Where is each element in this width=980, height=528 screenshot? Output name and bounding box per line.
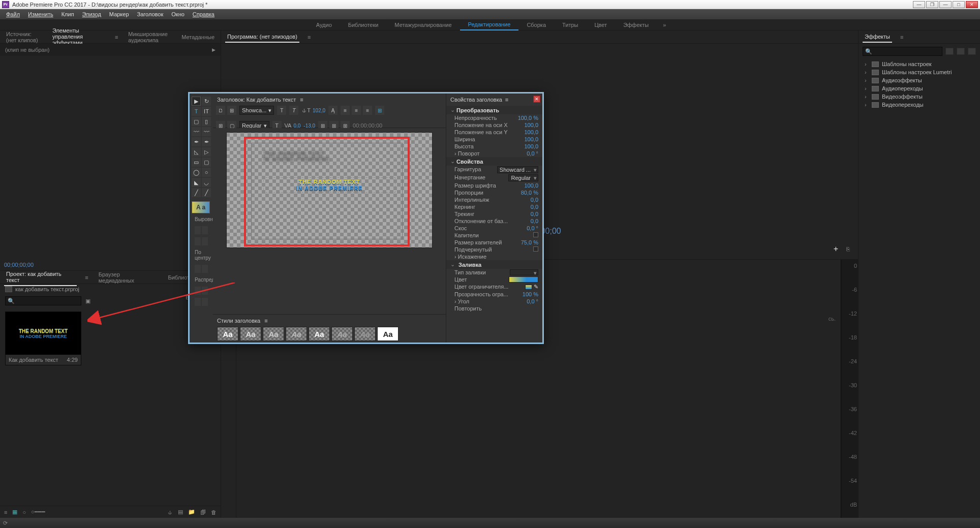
wedge-tool-icon[interactable]: ◣	[192, 178, 201, 187]
style-swatch[interactable]: Aa	[309, 327, 330, 341]
panel-menu-icon[interactable]: ≡	[505, 97, 508, 103]
dist2-icon[interactable]	[202, 287, 208, 295]
style-swatch[interactable]: Aa	[354, 327, 376, 341]
fx-audio-transitions[interactable]: ›Аудиопереходы	[863, 84, 976, 92]
eyedropper-icon[interactable]: ✎	[534, 284, 538, 290]
align-c-icon[interactable]	[202, 226, 208, 234]
panel-menu-icon[interactable]: ≡	[300, 97, 303, 103]
italic-icon[interactable]: T	[289, 106, 298, 115]
ws-color[interactable]: Цвет	[586, 20, 615, 30]
vtype-tool-icon[interactable]: IT	[202, 107, 211, 116]
align-right-icon[interactable]: ≡	[363, 106, 372, 115]
line2-tool-icon[interactable]: ╱	[202, 188, 211, 197]
tab-stops-icon[interactable]: ⊞	[375, 106, 384, 115]
rotate-tool-icon[interactable]: ↻	[202, 97, 211, 106]
fx-lumetri[interactable]: ›Шаблоны настроек Lumetri	[863, 68, 976, 76]
align-l-icon[interactable]	[195, 226, 201, 234]
font-size-value[interactable]: 102,0	[313, 108, 325, 113]
tracking-value[interactable]: 0,0	[531, 211, 538, 217]
roll-crawl-icon[interactable]: ⊞	[227, 106, 236, 115]
new-title-icon[interactable]: 🗋	[216, 106, 225, 115]
selection-tool-icon[interactable]: ▶	[192, 97, 201, 106]
rect-tool-icon[interactable]: ▭	[192, 158, 201, 167]
arc-tool-icon[interactable]: ◡	[202, 178, 211, 187]
section-transform[interactable]: ⌄Преобразовать	[446, 106, 542, 114]
zoom-slider[interactable]: ○━━━	[31, 509, 45, 515]
align-center-icon[interactable]: ≡	[352, 106, 361, 115]
width-value[interactable]: 100,0	[524, 136, 538, 142]
strokeopacity-value[interactable]: 100 %	[523, 291, 538, 297]
tab-project[interactable]: Проект: как добавить текст	[4, 269, 77, 286]
minimize-button[interactable]: —	[913, 1, 925, 8]
kerning-value[interactable]: 0,0	[293, 123, 300, 129]
maximize-button[interactable]: □	[953, 1, 965, 8]
icon-view-icon[interactable]: ▦	[12, 509, 17, 515]
fx-badge2-icon[interactable]	[957, 48, 965, 55]
ws-editing[interactable]: Редактирование	[460, 19, 519, 30]
stroke-color-swatch[interactable]	[525, 285, 532, 290]
leading-value[interactable]: 0,0	[531, 197, 538, 203]
font-select[interactable]: Showca... ▾	[239, 106, 274, 115]
collapse-icon[interactable]: ▶	[212, 47, 216, 52]
bin-icon[interactable]: ▣	[85, 298, 90, 304]
restore-button[interactable]: ❐	[926, 1, 938, 8]
smallcaps-checkbox[interactable]	[533, 232, 538, 237]
bold-icon[interactable]: T	[277, 106, 286, 115]
vpath-type-icon[interactable]: 〰	[202, 127, 211, 136]
kerning-icon[interactable]: Ą	[328, 106, 338, 115]
menu-help[interactable]: Справка	[189, 10, 219, 18]
fx-video-effects[interactable]: ›Видеоэффекты	[863, 92, 976, 101]
menu-edit[interactable]: Изменить	[24, 10, 57, 18]
menu-sequence[interactable]: Эпизод	[78, 10, 105, 18]
kerning-value[interactable]: 0,0	[531, 204, 538, 210]
project-clip[interactable]: THE RANDOM TEXT IN ADOBE PREMIERE Как до…	[5, 312, 81, 365]
fx-audio-effects[interactable]: ›Аудиоэффекты	[863, 76, 976, 84]
baseline-value[interactable]: 0,0	[531, 218, 538, 224]
section-properties[interactable]: ⌄Свойства	[446, 157, 542, 166]
ellipse-tool-icon[interactable]: ○	[202, 168, 211, 177]
align-m-icon[interactable]	[202, 237, 208, 245]
close-button[interactable]: ✕	[966, 1, 978, 8]
area-type-icon[interactable]: ▢	[192, 117, 201, 126]
posy-value[interactable]: 100,0	[524, 129, 538, 135]
path-type-icon[interactable]: 〰	[192, 127, 201, 136]
ws-assembly[interactable]: Сборка	[518, 20, 554, 30]
fx-badge1-icon[interactable]	[945, 48, 954, 55]
title-canvas[interactable]: THE RANDOM TEXT IN ADOBE PREMIERE THE RA…	[226, 132, 433, 248]
tab-source[interactable]: Источник: (нет клипов)	[4, 29, 42, 45]
tab-program[interactable]: Программа: (нет эпизодов)	[225, 32, 299, 43]
menu-clip[interactable]: Клип	[57, 10, 78, 18]
panel-menu-icon[interactable]: ≡	[85, 274, 88, 281]
ws-libraries[interactable]: Библиотеки	[340, 20, 387, 30]
tab-audio-mixer[interactable]: Микширование аудиоклипа	[126, 29, 171, 45]
varea-type-icon[interactable]: ▯	[202, 117, 211, 126]
new-item-icon[interactable]: 🗐	[200, 509, 206, 515]
center-h-icon[interactable]	[195, 265, 201, 273]
font-style-select[interactable]: Regular	[508, 174, 538, 181]
crect-tool-icon[interactable]: ◯	[192, 168, 201, 177]
posx-value[interactable]: 100,0	[524, 122, 538, 128]
font-family-select[interactable]: Showcard ...	[497, 166, 538, 173]
dist1-icon[interactable]	[195, 287, 201, 295]
freeform-view-icon[interactable]: ○	[22, 509, 26, 515]
delete-anchor-icon[interactable]: ◺	[192, 147, 201, 157]
slant-value[interactable]: 0,0 °	[527, 225, 538, 231]
add-button-icon[interactable]: +	[834, 244, 838, 254]
type-tool-icon[interactable]: T	[192, 107, 201, 116]
smallcapsize-value[interactable]: 75,0 %	[521, 239, 538, 245]
style-swatch[interactable]: Aa	[377, 327, 399, 341]
line-tool-icon[interactable]: ╱	[192, 188, 201, 197]
align-t-icon[interactable]	[195, 237, 201, 245]
settings-icon[interactable]: ⎘	[846, 246, 850, 252]
dist3-icon[interactable]	[195, 298, 201, 306]
minimize2-button[interactable]: —	[939, 1, 952, 8]
color-swatch[interactable]: A a	[192, 201, 210, 213]
opacity-value[interactable]: 100,0 %	[518, 115, 538, 121]
fill-color-swatch[interactable]	[509, 276, 538, 283]
fx-badge3-icon[interactable]	[968, 48, 976, 55]
style-swatch[interactable]: Aa	[240, 327, 261, 341]
underline-checkbox[interactable]	[533, 246, 538, 252]
style-swatch[interactable]: Aa	[286, 327, 307, 341]
pen-tool-icon[interactable]: ✒	[192, 137, 201, 146]
center-v-icon[interactable]	[202, 265, 208, 273]
